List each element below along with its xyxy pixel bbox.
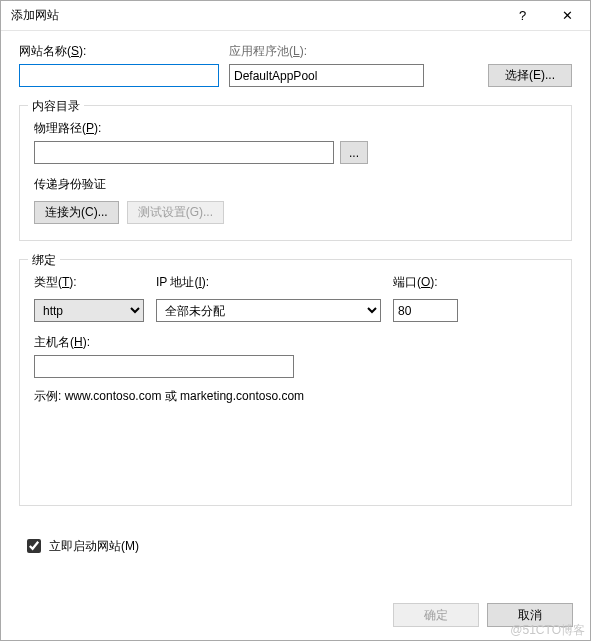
site-name-block: 网站名称(S): <box>19 43 219 87</box>
host-example: 示例: www.contoso.com 或 marketing.contoso.… <box>34 388 557 405</box>
window-controls: ? ✕ <box>500 1 590 31</box>
ok-button: 确定 <box>393 603 479 627</box>
start-now-row: 立即启动网站(M) <box>19 536 572 556</box>
start-now-label[interactable]: 立即启动网站(M) <box>49 538 139 555</box>
type-select[interactable]: http <box>34 299 144 322</box>
ip-select[interactable]: 全部未分配 <box>156 299 381 322</box>
content-directory-group: 内容目录 物理路径(P): ... 传递身份验证 连接为(C)... 测试设置(… <box>19 105 572 241</box>
connect-as-button[interactable]: 连接为(C)... <box>34 201 119 224</box>
dialog-content: 网站名称(S): 应用程序池(L): . 选择(E)... 内容目录 物 <box>1 31 590 566</box>
close-button[interactable]: ✕ <box>545 1 590 31</box>
help-button[interactable]: ? <box>500 1 545 31</box>
ip-label: IP 地址(I): <box>156 274 381 291</box>
dialog-window: 添加网站 ? ✕ 网站名称(S): 应用程序池(L): . <box>0 0 591 641</box>
window-title: 添加网站 <box>11 7 500 24</box>
select-pool-block: . 选择(E)... <box>434 64 572 87</box>
test-settings-button: 测试设置(G)... <box>127 201 224 224</box>
physical-path-input[interactable] <box>34 141 334 164</box>
start-now-checkbox[interactable] <box>27 539 41 553</box>
physical-path-row: ... <box>34 141 557 164</box>
select-app-pool-button[interactable]: 选择(E)... <box>488 64 572 87</box>
host-label: 主机名(H): <box>34 334 90 351</box>
binding-legend: 绑定 <box>28 252 60 269</box>
physical-path-label: 物理路径(P): <box>34 120 101 137</box>
app-pool-block: 应用程序池(L): <box>229 43 424 87</box>
site-name-input[interactable] <box>19 64 219 87</box>
host-input[interactable] <box>34 355 294 378</box>
top-grid: 网站名称(S): 应用程序池(L): . 选择(E)... <box>19 43 572 87</box>
site-name-label: 网站名称(S): <box>19 43 86 60</box>
binding-group: 绑定 类型(T): IP 地址(I): 端口(O): http 全部未分配 <box>19 259 572 506</box>
binding-grid: 类型(T): IP 地址(I): 端口(O): http 全部未分配 <box>34 274 557 322</box>
browse-button[interactable]: ... <box>340 141 368 164</box>
app-pool-label: 应用程序池(L): <box>229 43 307 60</box>
port-label: 端口(O): <box>393 274 458 291</box>
app-pool-input[interactable] <box>229 64 424 87</box>
titlebar: 添加网站 ? ✕ <box>1 1 590 31</box>
content-directory-legend: 内容目录 <box>28 98 84 115</box>
watermark: @51CTO博客 <box>510 622 585 639</box>
type-label: 类型(T): <box>34 274 144 291</box>
auth-buttons: 连接为(C)... 测试设置(G)... <box>34 201 557 224</box>
auth-label: 传递身份验证 <box>34 176 557 193</box>
host-row: 主机名(H): <box>34 334 557 378</box>
port-input[interactable] <box>393 299 458 322</box>
